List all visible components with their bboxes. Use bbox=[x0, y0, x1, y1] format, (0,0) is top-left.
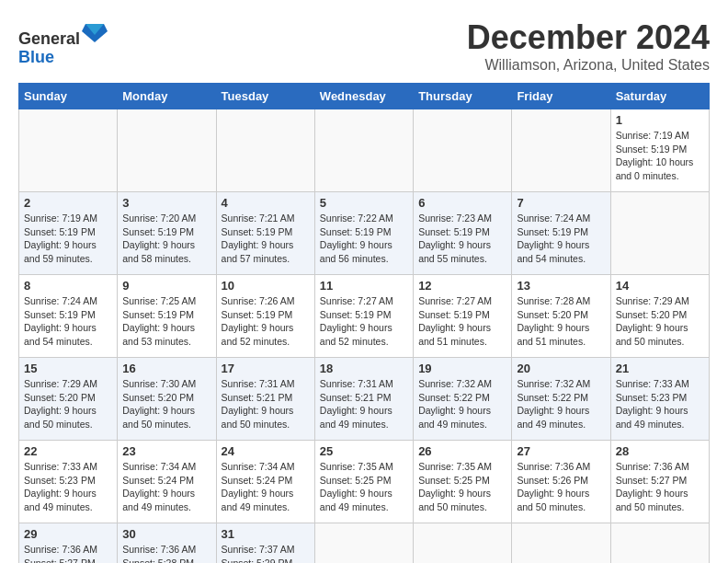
day-number: 15 bbox=[24, 362, 112, 375]
calendar-cell: 18 Sunrise: 7:31 AMSunset: 5:21 PMDaylig… bbox=[314, 358, 413, 441]
day-number: 5 bbox=[320, 196, 408, 210]
day-number: 13 bbox=[517, 279, 605, 293]
day-info: Sunrise: 7:27 AMSunset: 5:19 PMDaylight:… bbox=[320, 295, 393, 347]
day-info: Sunrise: 7:22 AMSunset: 5:19 PMDaylight:… bbox=[320, 213, 393, 264]
calendar-cell: 26 Sunrise: 7:35 AMSunset: 5:25 PMDaylig… bbox=[414, 441, 512, 523]
day-info: Sunrise: 7:29 AMSunset: 5:20 PMDaylight:… bbox=[616, 295, 689, 347]
col-header-wednesday: Wednesday bbox=[314, 84, 413, 109]
day-number: 3 bbox=[122, 196, 210, 210]
calendar-cell bbox=[414, 109, 512, 192]
calendar-cell: 4 Sunrise: 7:21 AMSunset: 5:19 PMDayligh… bbox=[216, 192, 314, 275]
day-number: 18 bbox=[320, 362, 408, 375]
day-number: 8 bbox=[24, 279, 112, 293]
calendar-cell: 21 Sunrise: 7:33 AMSunset: 5:23 PMDaylig… bbox=[610, 358, 709, 441]
day-info: Sunrise: 7:37 AMSunset: 5:29 PMDaylight:… bbox=[222, 544, 295, 563]
calendar-table: SundayMondayTuesdayWednesdayThursdayFrid… bbox=[18, 83, 710, 563]
calendar-cell: 25 Sunrise: 7:35 AMSunset: 5:25 PMDaylig… bbox=[314, 441, 413, 523]
day-number: 27 bbox=[517, 444, 605, 458]
logo-blue: Blue bbox=[18, 48, 54, 66]
calendar-cell: 31 Sunrise: 7:37 AMSunset: 5:29 PMDaylig… bbox=[216, 523, 314, 564]
week-row: 2 Sunrise: 7:19 AMSunset: 5:19 PMDayligh… bbox=[19, 192, 710, 275]
calendar-cell: 8 Sunrise: 7:24 AMSunset: 5:19 PMDayligh… bbox=[19, 275, 118, 358]
day-info: Sunrise: 7:36 AMSunset: 5:27 PMDaylight:… bbox=[24, 544, 97, 563]
calendar-cell bbox=[512, 523, 610, 564]
day-info: Sunrise: 7:24 AMSunset: 5:19 PMDaylight:… bbox=[24, 295, 97, 347]
day-info: Sunrise: 7:25 AMSunset: 5:19 PMDaylight:… bbox=[122, 295, 196, 347]
day-number: 1 bbox=[616, 113, 704, 127]
day-info: Sunrise: 7:33 AMSunset: 5:23 PMDaylight:… bbox=[24, 461, 97, 512]
header: General Blue December 2024 Williamson, A… bbox=[18, 18, 710, 74]
calendar-cell: 2 Sunrise: 7:19 AMSunset: 5:19 PMDayligh… bbox=[19, 192, 118, 275]
calendar-cell bbox=[19, 109, 118, 192]
calendar-cell: 19 Sunrise: 7:32 AMSunset: 5:22 PMDaylig… bbox=[414, 358, 512, 441]
calendar-cell: 9 Sunrise: 7:25 AMSunset: 5:19 PMDayligh… bbox=[118, 275, 216, 358]
calendar-cell: 6 Sunrise: 7:23 AMSunset: 5:19 PMDayligh… bbox=[414, 192, 512, 275]
day-number: 10 bbox=[222, 279, 310, 293]
calendar-cell: 17 Sunrise: 7:31 AMSunset: 5:21 PMDaylig… bbox=[216, 358, 314, 441]
day-number: 24 bbox=[222, 444, 310, 458]
calendar-cell: 27 Sunrise: 7:36 AMSunset: 5:26 PMDaylig… bbox=[512, 441, 610, 523]
week-row: 8 Sunrise: 7:24 AMSunset: 5:19 PMDayligh… bbox=[19, 275, 710, 358]
calendar-cell bbox=[118, 109, 216, 192]
calendar-cell bbox=[314, 109, 413, 192]
page-wrapper: General Blue December 2024 Williamson, A… bbox=[18, 18, 710, 563]
header-row: SundayMondayTuesdayWednesdayThursdayFrid… bbox=[19, 84, 710, 109]
calendar-cell: 28 Sunrise: 7:36 AMSunset: 5:27 PMDaylig… bbox=[610, 441, 709, 523]
day-number: 4 bbox=[222, 196, 310, 210]
col-header-monday: Monday bbox=[118, 84, 216, 109]
week-row: 29 Sunrise: 7:36 AMSunset: 5:27 PMDaylig… bbox=[19, 523, 710, 564]
day-number: 2 bbox=[24, 196, 112, 210]
week-row: 1 Sunrise: 7:19 AMSunset: 5:19 PMDayligh… bbox=[19, 109, 710, 192]
day-number: 30 bbox=[122, 527, 210, 541]
day-number: 23 bbox=[122, 444, 210, 458]
day-info: Sunrise: 7:21 AMSunset: 5:19 PMDaylight:… bbox=[222, 213, 295, 264]
calendar-cell: 3 Sunrise: 7:20 AMSunset: 5:19 PMDayligh… bbox=[118, 192, 216, 275]
week-row: 15 Sunrise: 7:29 AMSunset: 5:20 PMDaylig… bbox=[19, 358, 710, 441]
calendar-cell bbox=[216, 109, 314, 192]
col-header-friday: Friday bbox=[512, 84, 610, 109]
title-area: December 2024 Williamson, Arizona, Unite… bbox=[467, 18, 710, 74]
day-number: 25 bbox=[320, 444, 408, 458]
day-number: 19 bbox=[418, 362, 506, 375]
day-number: 22 bbox=[24, 444, 112, 458]
col-header-sunday: Sunday bbox=[19, 84, 118, 109]
day-number: 7 bbox=[517, 196, 605, 210]
day-info: Sunrise: 7:36 AMSunset: 5:26 PMDaylight:… bbox=[517, 461, 590, 512]
day-info: Sunrise: 7:27 AMSunset: 5:19 PMDaylight:… bbox=[418, 295, 492, 347]
calendar-cell bbox=[314, 523, 413, 564]
calendar-cell: 14 Sunrise: 7:29 AMSunset: 5:20 PMDaylig… bbox=[610, 275, 709, 358]
day-number: 11 bbox=[320, 279, 408, 293]
calendar-cell bbox=[512, 109, 610, 192]
day-number: 26 bbox=[418, 444, 506, 458]
day-info: Sunrise: 7:23 AMSunset: 5:19 PMDaylight:… bbox=[418, 213, 492, 264]
calendar-cell: 12 Sunrise: 7:27 AMSunset: 5:19 PMDaylig… bbox=[414, 275, 512, 358]
day-info: Sunrise: 7:19 AMSunset: 5:19 PMDaylight:… bbox=[24, 213, 97, 264]
calendar-cell: 30 Sunrise: 7:36 AMSunset: 5:28 PMDaylig… bbox=[118, 523, 216, 564]
day-info: Sunrise: 7:36 AMSunset: 5:28 PMDaylight:… bbox=[122, 544, 196, 563]
day-number: 12 bbox=[418, 279, 506, 293]
calendar-cell: 10 Sunrise: 7:26 AMSunset: 5:19 PMDaylig… bbox=[216, 275, 314, 358]
calendar-cell: 23 Sunrise: 7:34 AMSunset: 5:24 PMDaylig… bbox=[118, 441, 216, 523]
day-info: Sunrise: 7:19 AMSunset: 5:19 PMDaylight:… bbox=[616, 130, 694, 181]
day-info: Sunrise: 7:32 AMSunset: 5:22 PMDaylight:… bbox=[418, 378, 492, 430]
col-header-tuesday: Tuesday bbox=[216, 84, 314, 109]
day-info: Sunrise: 7:24 AMSunset: 5:19 PMDaylight:… bbox=[517, 213, 590, 264]
day-info: Sunrise: 7:20 AMSunset: 5:19 PMDaylight:… bbox=[122, 213, 196, 264]
calendar-cell: 29 Sunrise: 7:36 AMSunset: 5:27 PMDaylig… bbox=[19, 523, 118, 564]
col-header-thursday: Thursday bbox=[414, 84, 512, 109]
calendar-cell: 11 Sunrise: 7:27 AMSunset: 5:19 PMDaylig… bbox=[314, 275, 413, 358]
day-number: 14 bbox=[616, 279, 704, 293]
day-info: Sunrise: 7:31 AMSunset: 5:21 PMDaylight:… bbox=[222, 378, 295, 430]
day-number: 9 bbox=[122, 279, 210, 293]
logo-icon bbox=[82, 18, 108, 44]
logo: General Blue bbox=[18, 18, 108, 67]
calendar-cell bbox=[414, 523, 512, 564]
day-info: Sunrise: 7:29 AMSunset: 5:20 PMDaylight:… bbox=[24, 378, 97, 430]
day-info: Sunrise: 7:31 AMSunset: 5:21 PMDaylight:… bbox=[320, 378, 393, 430]
day-info: Sunrise: 7:30 AMSunset: 5:20 PMDaylight:… bbox=[122, 378, 196, 430]
day-number: 16 bbox=[122, 362, 210, 375]
day-number: 20 bbox=[517, 362, 605, 375]
day-info: Sunrise: 7:26 AMSunset: 5:19 PMDaylight:… bbox=[222, 295, 295, 347]
calendar-cell: 15 Sunrise: 7:29 AMSunset: 5:20 PMDaylig… bbox=[19, 358, 118, 441]
day-number: 28 bbox=[616, 444, 704, 458]
